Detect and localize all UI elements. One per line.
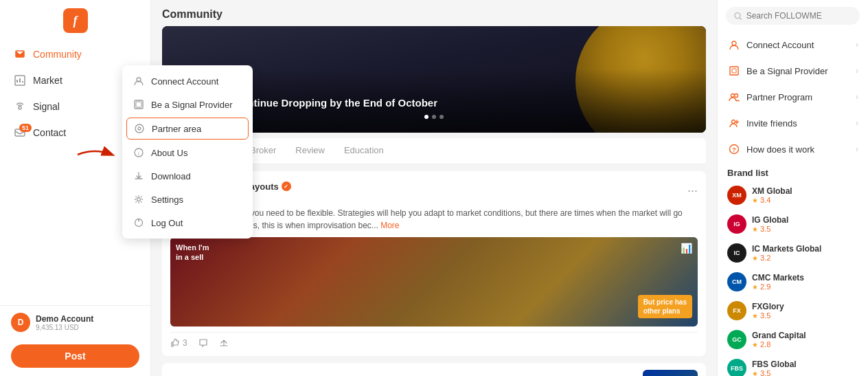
dropdown-item-label: Partner area bbox=[152, 124, 201, 134]
dropdown-item-label: About Us bbox=[151, 148, 187, 158]
brand-logo: GC bbox=[727, 330, 746, 349]
rating-value: 3.5 bbox=[760, 311, 770, 320]
brand-info: XM Global ★ 3.4 bbox=[752, 186, 858, 204]
svg-point-10 bbox=[135, 124, 144, 133]
brand-info: IC Markets Global ★ 3.2 bbox=[752, 244, 858, 262]
right-menu-label: Partner Program bbox=[746, 92, 812, 102]
brand-name: FXGlory bbox=[752, 302, 858, 311]
brand-rating: ★ 3.2 bbox=[752, 254, 858, 262]
svg-text:?: ? bbox=[732, 146, 736, 153]
right-menu-label: Connect Account bbox=[746, 40, 814, 50]
right-menu-how-does-it-work[interactable]: ? How does it work › bbox=[718, 136, 868, 162]
dropdown-menu: Connect Account Be a Signal Provider Par… bbox=[122, 65, 253, 239]
brand-item[interactable]: IG IG Global ★ 3.5 bbox=[718, 210, 868, 239]
star-icon: ★ bbox=[752, 312, 758, 320]
connect-account-icon bbox=[727, 38, 741, 52]
brand-rating: ★ 3.5 bbox=[752, 369, 858, 376]
like-action[interactable]: 3 bbox=[170, 338, 187, 348]
star-icon: ★ bbox=[752, 283, 758, 291]
svg-rect-22 bbox=[732, 69, 736, 73]
post-username[interactable]: happydailypayouts ✓ bbox=[198, 181, 682, 192]
svg-rect-21 bbox=[730, 67, 738, 75]
about-us-icon: i bbox=[133, 147, 144, 158]
dropdown-item-about-us[interactable]: i About Us bbox=[122, 141, 253, 164]
right-menu-invite-friends[interactable]: Invite friends › bbox=[718, 110, 868, 136]
logout-icon bbox=[133, 217, 144, 228]
post-more-link[interactable]: More bbox=[380, 221, 399, 230]
rating-value: 3.5 bbox=[760, 369, 770, 376]
tab-review[interactable]: Review bbox=[286, 138, 334, 164]
brand-logo: CM bbox=[727, 272, 746, 291]
user-name: Demo Account bbox=[36, 314, 139, 324]
post-image: When I'min a sell But price hasother pla… bbox=[170, 237, 698, 327]
brand-info: FXGlory ★ 3.5 bbox=[752, 302, 858, 320]
dropdown-item-logout[interactable]: Log Out bbox=[122, 211, 253, 234]
brand-logo: FBS bbox=[727, 359, 746, 376]
svg-point-23 bbox=[731, 94, 735, 98]
sidebar-item-label: Signal bbox=[33, 101, 60, 112]
star-icon: ★ bbox=[752, 197, 758, 204]
share-action[interactable] bbox=[219, 338, 229, 348]
post-actions: 3 bbox=[170, 332, 698, 348]
app-logo: f bbox=[63, 8, 88, 33]
brand-info: CMC Markets ★ 2.9 bbox=[752, 273, 858, 291]
brand-name: CMC Markets bbox=[752, 273, 858, 283]
chevron-icon: › bbox=[856, 40, 858, 49]
star-icon: ★ bbox=[752, 370, 758, 377]
section-title: Community bbox=[162, 0, 706, 26]
right-menu-label: How does it work bbox=[746, 144, 814, 155]
svg-point-11 bbox=[138, 127, 141, 130]
brand-list: XM XM Global ★ 3.4 IG IG Global ★ 3.5 IC… bbox=[718, 181, 868, 376]
brand-item[interactable]: CM CMC Markets ★ 2.9 bbox=[718, 267, 868, 296]
partner-area-icon bbox=[134, 123, 145, 134]
star-icon: ★ bbox=[752, 225, 758, 233]
dropdown-item-partner-area[interactable]: Partner area bbox=[126, 118, 249, 140]
right-menu-connect-account[interactable]: Connect Account › bbox=[718, 32, 868, 58]
dot-3 bbox=[439, 115, 444, 119]
chevron-icon: › bbox=[856, 144, 858, 154]
dropdown-item-download[interactable]: Download bbox=[122, 164, 253, 188]
rating-value: 3.4 bbox=[760, 196, 770, 204]
brand-rating: ★ 3.4 bbox=[752, 196, 858, 204]
comment-action[interactable] bbox=[198, 338, 208, 348]
brand-item[interactable]: IC IC Markets Global ★ 3.2 bbox=[718, 239, 868, 267]
post-button[interactable]: Post bbox=[11, 344, 139, 368]
connect-account-icon bbox=[133, 76, 144, 87]
user-balance: 9,435.13 USD bbox=[36, 324, 139, 331]
brand-logo: FX bbox=[727, 301, 746, 320]
dropdown-item-signal-provider[interactable]: Be a Signal Provider bbox=[122, 93, 253, 116]
dropdown-item-label: Connect Account bbox=[151, 76, 218, 87]
signal-icon bbox=[14, 100, 26, 113]
right-menu-partner-program[interactable]: Partner Program › bbox=[718, 84, 868, 110]
brand-item[interactable]: FX FXGlory ★ 3.5 bbox=[718, 296, 868, 325]
tab-education[interactable]: Education bbox=[334, 138, 393, 164]
svg-point-14 bbox=[137, 198, 141, 201]
post-more-button[interactable]: ··· bbox=[687, 184, 698, 198]
signal-provider-icon bbox=[133, 99, 144, 110]
svg-rect-9 bbox=[136, 102, 141, 107]
search-bar[interactable] bbox=[726, 7, 860, 25]
brand-item[interactable]: XM XM Global ★ 3.4 bbox=[718, 181, 868, 210]
right-menu-signal-provider[interactable]: Be a Signal Provider › bbox=[718, 58, 868, 84]
brand-name: IC Markets Global bbox=[752, 244, 858, 254]
dropdown-item-connect-account[interactable]: Connect Account bbox=[122, 69, 253, 93]
brand-rating: ★ 2.8 bbox=[752, 340, 858, 349]
brand-info: FBS Global ★ 3.5 bbox=[752, 360, 858, 376]
ad-image: 100%BONUS bbox=[643, 370, 698, 376]
download-icon bbox=[133, 170, 144, 181]
svg-text:i: i bbox=[138, 151, 139, 157]
dropdown-item-settings[interactable]: Settings bbox=[122, 188, 253, 211]
brand-item[interactable]: FBS FBS Global ★ 3.5 bbox=[718, 354, 868, 376]
search-input[interactable] bbox=[746, 11, 852, 21]
brand-item[interactable]: GC Grand Capital ★ 2.8 bbox=[718, 325, 868, 354]
dropdown-item-label: Download bbox=[151, 171, 191, 181]
svg-point-20 bbox=[732, 41, 736, 45]
dropdown-item-label: Settings bbox=[151, 195, 183, 205]
contact-badge: 51 bbox=[19, 124, 32, 132]
sidebar-item-community[interactable]: Community bbox=[0, 41, 150, 67]
community-icon bbox=[14, 48, 26, 60]
search-icon bbox=[734, 12, 742, 21]
chevron-icon: › bbox=[856, 66, 858, 76]
ad-card: KVB PRIME offers for the First Time Ever… bbox=[162, 363, 706, 376]
invite-friends-icon bbox=[727, 116, 741, 130]
